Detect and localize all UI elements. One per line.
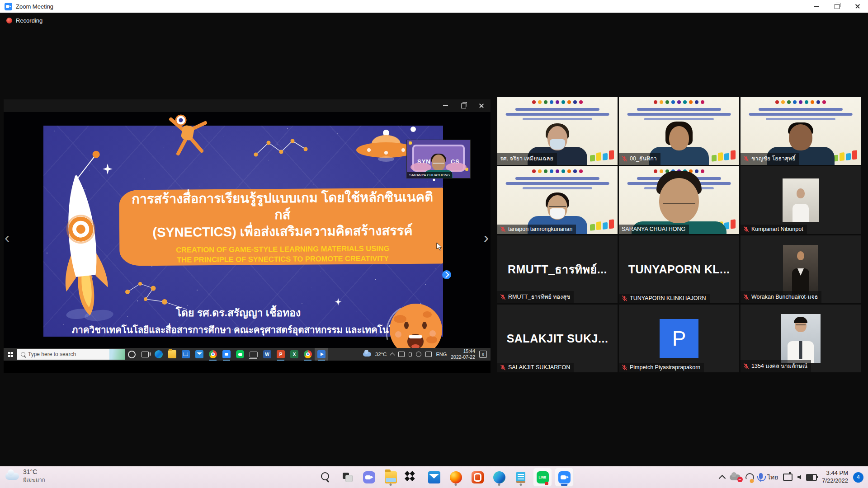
shared-weather-temp: 32°C — [375, 352, 387, 357]
recording-indicator[interactable]: Recording — [6, 17, 42, 24]
display-cast-icon[interactable] — [783, 474, 793, 481]
close-button[interactable] — [847, 0, 868, 13]
participant-tile[interactable]: RMUTT_ธารทิพย์...RMUTT_ธารทิพย์ ทองสุข — [497, 235, 618, 303]
participant-tile[interactable]: TUNYAPORN KL...TUNYAPORN KLINKHAJORN — [619, 235, 739, 303]
annotation-arrow-button[interactable] — [442, 270, 451, 279]
zoom-icon — [558, 471, 571, 483]
minimize-icon — [814, 6, 819, 7]
mouse-cursor — [436, 242, 443, 251]
shared-close-button — [472, 99, 491, 112]
excel-icon: X — [290, 350, 298, 358]
participant-tile[interactable]: tanapon tamrongkunanan — [497, 166, 618, 234]
participant-name-tag: RMUTT_ธารทิพย์ ทองสุข — [497, 291, 574, 303]
search-box-illustration — [109, 349, 125, 360]
taskbar-icon-mail[interactable] — [425, 468, 443, 487]
taskbar-icon-edge[interactable] — [490, 468, 509, 487]
language-switcher[interactable]: ไทย — [768, 472, 778, 482]
shared-win10-taskbar: Type here to search WPX 32°C ENG 15:44 2… — [4, 348, 491, 361]
next-view-chevron[interactable]: › — [484, 230, 489, 245]
taskbar-icon-explorer[interactable] — [381, 468, 400, 487]
taskbar-weather-widget[interactable]: 31°C มีเมฆมาก — [5, 468, 45, 484]
participant-tile[interactable]: Worakan Bunchuairot-มจธ — [741, 235, 861, 303]
participant-tile[interactable]: ชาญชัย โยธาสุทธิ์ — [741, 97, 861, 165]
taskbar-icon-search[interactable] — [316, 468, 335, 487]
muted-mic-icon — [622, 365, 627, 371]
shared-taskbar-icon-word: W — [260, 348, 274, 361]
hidden-icons-chevron[interactable] — [718, 474, 726, 482]
participant-letter-avatar: P — [660, 319, 698, 358]
store-icon — [182, 350, 190, 358]
microphone-tray-icon[interactable] — [759, 473, 763, 479]
banner-text-line — [515, 177, 599, 180]
taskbar-icon-line[interactable]: LINE — [533, 468, 552, 487]
shared-clock: 15:44 2022-07-22 — [451, 348, 475, 360]
shared-taskbar-icon-powerpoint: P — [274, 348, 288, 361]
window-title: Zoom Meeting — [16, 3, 53, 10]
running-indicator — [277, 360, 284, 361]
taskbar-icon-zoom[interactable] — [555, 468, 574, 487]
shared-taskbar-icon-zoom — [220, 348, 233, 361]
taskbar-icon-start[interactable] — [294, 468, 313, 487]
notes-icon — [516, 472, 525, 483]
participant-tile[interactable]: Kumpanart Nibunpot — [741, 166, 861, 234]
head — [669, 126, 689, 150]
shared-screen-content: การสร้างสื่อการเรียนรู้รูปแบบเกม โดยใช้ห… — [4, 112, 491, 361]
head — [789, 124, 812, 150]
taskbar-icon-chat[interactable] — [359, 468, 378, 487]
participant-tile[interactable]: รศ. จริยา เหมียนเฉลย — [497, 97, 618, 165]
sync-icon[interactable] — [744, 472, 755, 483]
banner-text-line — [506, 113, 609, 116]
onedrive-paused-icon[interactable] — [730, 474, 741, 480]
explorer-icon — [168, 350, 176, 358]
participant-name: RMUTT_ธารทิพย์ ทองสุข — [508, 292, 570, 301]
restore-button[interactable] — [826, 0, 847, 13]
shared-taskbar-icon-store — [179, 348, 193, 361]
running-indicator — [390, 483, 392, 486]
participant-tile[interactable]: PPimpetch Piyasiraprapakorn — [619, 305, 739, 372]
taskbar-icon-office[interactable] — [468, 468, 487, 487]
participant-tile[interactable]: 00_ธันทิกา — [619, 97, 739, 165]
participant-name-avatar: SALAKJIT SUKJ... — [497, 305, 618, 372]
slide-title-thai: การสร้างสื่อการเรียนรู้รูปแบบเกม โดยใช้ห… — [127, 188, 438, 241]
speaker-icon[interactable] — [797, 475, 801, 479]
slide-title-banner: การสร้างสื่อการเรียนรู้รูปแบบเกม โดยใช้ห… — [119, 188, 443, 266]
participant-name: 1354 มงคล นามลักษณ์ — [751, 361, 807, 371]
participant-name: tanapon tamrongkunanan — [508, 226, 572, 232]
banner-text-line — [515, 108, 599, 111]
cortana-icon — [128, 351, 136, 358]
participant-tile[interactable]: 1354 มงคล นามลักษณ์ — [741, 305, 861, 372]
network-icon — [416, 352, 421, 357]
participant-name-tag: SARANYA CHUATHONG — [619, 225, 689, 234]
shared-taskbar-icons: WPX — [125, 348, 328, 361]
decor-dot — [409, 141, 412, 145]
participant-name-tag: TUNYAPORN KLINKHAJORN — [619, 294, 710, 303]
taskbar-icon-firefox[interactable] — [446, 468, 465, 487]
restore-icon — [835, 4, 840, 9]
glasses — [663, 203, 695, 204]
action-center-badge: 8 — [479, 351, 487, 358]
shared-taskbar-icon-edge — [152, 348, 165, 361]
participant-name: รศ. จริยา เหมียนเฉลย — [500, 154, 553, 163]
shared-taskbar-icon-chrome2 — [301, 348, 315, 361]
participant-tile[interactable]: SALAKJIT SUKJ...SALAKJIT SUKJAREON — [497, 305, 618, 372]
previous-view-chevron[interactable]: ‹ — [5, 230, 9, 245]
notification-count-badge[interactable]: 4 — [853, 472, 863, 483]
mail-icon — [195, 350, 203, 358]
face-mask — [550, 208, 565, 219]
zoom-app-icon — [5, 3, 12, 10]
taskbar-icon-notes[interactable] — [511, 468, 530, 487]
participant-tile[interactable]: SARANYA CHUATHONG — [619, 166, 739, 234]
running-indicator — [455, 483, 457, 486]
taskbar-icon-taskview[interactable] — [338, 468, 357, 487]
taskbar-icon-dropbox[interactable] — [403, 468, 422, 487]
participant-name-tag: 1354 มงคล นามลักษณ์ — [741, 360, 811, 372]
minimize-button[interactable] — [806, 0, 826, 13]
participant-name-avatar: TUNYAPORN KL... — [619, 235, 739, 303]
participant-name-tag: tanapon tamrongkunanan — [497, 225, 576, 234]
shared-search-box: Type here to search — [17, 349, 125, 360]
presenter-floating-video[interactable]: SYN CS SARANYA CHUATHONG — [407, 140, 470, 178]
clock-date[interactable]: 3:44 PM 7/22/2022 — [822, 469, 848, 485]
battery-icon[interactable] — [806, 474, 817, 481]
taskview-icon — [341, 471, 354, 483]
notification-dot — [545, 482, 548, 485]
